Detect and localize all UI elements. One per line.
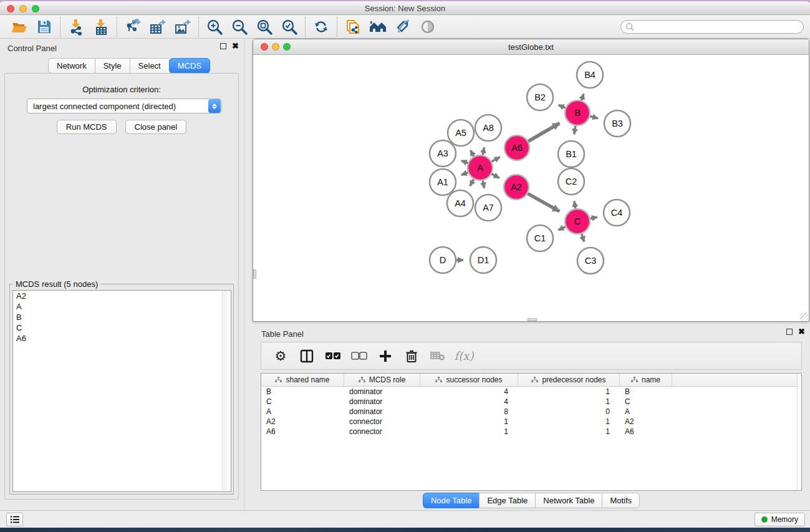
graph-node-label: B1 bbox=[566, 149, 577, 159]
open-in-cybrowser-button[interactable] bbox=[369, 17, 387, 36]
column-header-MCDS-role[interactable]: MCDS role bbox=[344, 374, 420, 386]
table-row[interactable]: A2connector11A2 bbox=[261, 417, 801, 427]
close-table-panel-icon[interactable]: ✖ bbox=[798, 329, 805, 335]
graph-edge-B-B2[interactable] bbox=[559, 105, 566, 108]
column-header-predecessor-nodes[interactable]: predecessor nodes bbox=[518, 374, 620, 386]
mcds-result-title: MCDS result (5 nodes) bbox=[13, 279, 100, 289]
column-header-name[interactable]: name bbox=[620, 374, 672, 386]
graph-edge-A-A2[interactable] bbox=[492, 174, 499, 178]
graph-edge-A-A3[interactable] bbox=[461, 160, 468, 163]
graph-node-label: C4 bbox=[611, 208, 623, 218]
panel-splitter[interactable] bbox=[244, 39, 245, 510]
search-field[interactable] bbox=[620, 20, 804, 34]
show-panels-button[interactable] bbox=[6, 513, 23, 526]
table-cell: A bbox=[261, 407, 344, 416]
table-cell: C bbox=[261, 397, 344, 406]
table-row[interactable]: Bdominator41B bbox=[261, 387, 801, 397]
export-table-button[interactable] bbox=[148, 17, 167, 36]
mcds-result-item[interactable]: A bbox=[13, 301, 231, 312]
criterion-dropdown[interactable]: largest connected component (directed) bbox=[27, 99, 222, 114]
tab-style[interactable]: Style bbox=[95, 58, 130, 74]
tab-network[interactable]: Network bbox=[48, 58, 95, 74]
tab-network-table[interactable]: Network Table bbox=[535, 493, 602, 508]
table-cell: dominator bbox=[344, 407, 420, 416]
graph-edge-A-A4[interactable] bbox=[470, 179, 474, 186]
select-all-button[interactable] bbox=[325, 348, 341, 364]
table-cell: 1 bbox=[420, 427, 518, 436]
table-cell: 0 bbox=[518, 407, 620, 416]
float-table-panel-icon[interactable] bbox=[786, 329, 793, 335]
export-table-icon bbox=[149, 19, 166, 36]
zoom-fit-button[interactable] bbox=[255, 17, 274, 36]
run-mcds-button[interactable]: Run MCDS bbox=[57, 120, 117, 134]
scrollbar-track[interactable] bbox=[222, 291, 227, 491]
memory-button[interactable]: Memory bbox=[755, 513, 805, 526]
graph-edge-C-C1[interactable] bbox=[558, 227, 566, 230]
graph-edge-B-B1[interactable] bbox=[574, 126, 576, 135]
column-header-label: MCDS role bbox=[369, 375, 406, 384]
function-builder-button[interactable]: f(x) bbox=[456, 348, 472, 364]
deselect-all-icon bbox=[351, 352, 367, 360]
add-column-button[interactable] bbox=[377, 348, 393, 364]
mcds-result-item[interactable]: A6 bbox=[13, 333, 231, 344]
import-network-button[interactable] bbox=[67, 17, 85, 36]
network-window-titlebar[interactable]: testGlobe.txt bbox=[253, 39, 809, 55]
table-scrollbar[interactable] bbox=[797, 374, 801, 490]
mcds-result-item[interactable]: B bbox=[13, 312, 231, 322]
graph-edge-A-A1[interactable] bbox=[461, 173, 468, 175]
export-network-button[interactable] bbox=[123, 17, 142, 36]
graph-edge-A6-B[interactable] bbox=[528, 123, 559, 141]
column-header-successor-nodes[interactable]: successor nodes bbox=[420, 374, 518, 386]
hide-labels-button[interactable] bbox=[393, 17, 412, 36]
delete-table-button[interactable] bbox=[430, 348, 446, 364]
open-file-button[interactable] bbox=[10, 17, 29, 36]
copy-network-button[interactable] bbox=[344, 17, 362, 36]
show-graphics-details-button[interactable] bbox=[418, 17, 437, 36]
table-row[interactable]: Cdominator41C bbox=[261, 397, 801, 407]
graph-edge-A2-C[interactable] bbox=[528, 193, 559, 211]
tab-select[interactable]: Select bbox=[130, 58, 169, 74]
table-cell: A2 bbox=[620, 417, 672, 426]
import-table-button[interactable] bbox=[92, 17, 110, 36]
mcds-result-list[interactable]: A2ABCA6 bbox=[12, 290, 231, 492]
save-session-button[interactable] bbox=[35, 17, 54, 36]
graph-edge-A-A5[interactable] bbox=[470, 150, 473, 157]
tab-edge-table[interactable]: Edge Table bbox=[479, 493, 535, 508]
table-row[interactable]: Adominator80A bbox=[261, 407, 801, 417]
attribute-icon bbox=[275, 377, 282, 383]
graph-edge-A-A6[interactable] bbox=[491, 157, 499, 162]
close-panel-icon[interactable]: ✖ bbox=[232, 43, 239, 49]
mcds-result-item[interactable]: C bbox=[13, 322, 231, 333]
resize-grip[interactable] bbox=[800, 312, 808, 321]
table-row[interactable]: A6connector11A6 bbox=[261, 427, 801, 437]
deselect-all-button[interactable] bbox=[351, 348, 367, 364]
zoom-selected-button[interactable] bbox=[280, 17, 299, 36]
attribute-icon bbox=[531, 377, 538, 383]
close-panel-button[interactable]: Close panel bbox=[125, 120, 187, 134]
graph-edge-C-C3[interactable] bbox=[582, 234, 584, 242]
column-panel-button[interactable] bbox=[299, 348, 315, 364]
delete-column-button[interactable] bbox=[403, 348, 420, 364]
zoom-in-button[interactable] bbox=[205, 17, 224, 36]
tab-node-table[interactable]: Node Table bbox=[423, 493, 480, 508]
graph-edge-A-A8[interactable] bbox=[483, 147, 484, 155]
graph-edge-C-C4[interactable] bbox=[590, 217, 597, 219]
network-canvas[interactable]: AA1A2A3A4A5A6A7A8BB1B2B3B4CC1C2C3C4DD1 bbox=[253, 55, 809, 321]
table-settings-button[interactable]: ⚙ bbox=[272, 348, 289, 364]
float-panel-icon[interactable] bbox=[220, 43, 226, 49]
search-input[interactable] bbox=[637, 22, 793, 31]
export-image-button[interactable] bbox=[173, 17, 192, 36]
graph-edge-C-C2[interactable] bbox=[574, 201, 576, 209]
zoom-out-button[interactable] bbox=[230, 17, 249, 36]
column-header-shared-name[interactable]: shared name bbox=[261, 374, 344, 386]
graph-edge-A-A7[interactable] bbox=[483, 181, 484, 188]
tab-mcds[interactable]: MCDS bbox=[169, 58, 210, 74]
tab-motifs[interactable]: Motifs bbox=[602, 493, 640, 508]
horizontal-scroll-thumb[interactable] bbox=[528, 318, 537, 321]
vertical-scroll-thumb[interactable] bbox=[253, 269, 256, 279]
graph-edge-B-B3[interactable] bbox=[590, 116, 598, 118]
graph-node-label: C1 bbox=[534, 233, 546, 243]
mcds-result-item[interactable]: A2 bbox=[13, 291, 231, 301]
refresh-network-button[interactable] bbox=[312, 17, 330, 36]
graph-edge-B-B4[interactable] bbox=[582, 94, 584, 100]
